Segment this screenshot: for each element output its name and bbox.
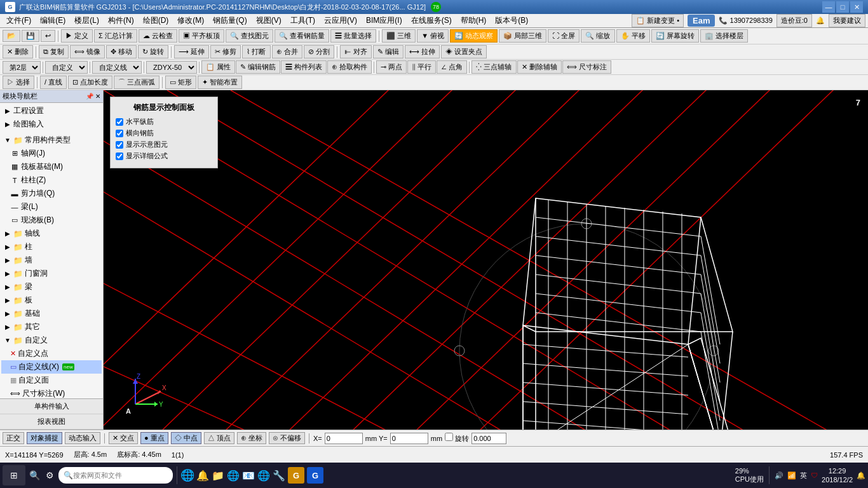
canvas-area[interactable]: 钢筋显示控制面板 水平纵筋 横向钢筋 显示示意图元 显示详细公式 7 xyxy=(104,90,868,430)
menu-draw[interactable]: 绘图(D) xyxy=(139,14,173,27)
sidebar-item-custom-line[interactable]: ▭ 自定义线(X) new xyxy=(1,360,102,374)
volume-icon[interactable]: 🔊 xyxy=(775,471,783,480)
align-board-btn[interactable]: ▣ 平齐板顶 xyxy=(179,29,224,43)
ortho-btn[interactable]: 正交 xyxy=(3,432,24,444)
fullscreen-btn[interactable]: ⛶ 全屏 xyxy=(548,29,580,43)
sidebar-item-column[interactable]: T 柱柱(Z) xyxy=(1,173,102,187)
layer-select[interactable]: 第2层 xyxy=(3,61,41,74)
notification-btn[interactable]: 🔔 xyxy=(857,471,865,480)
menu-cloud[interactable]: 云应用(V) xyxy=(320,14,361,27)
two-point-btn[interactable]: ⊸ 两点 xyxy=(376,60,407,74)
menu-version[interactable]: 版本号(B) xyxy=(491,14,532,27)
formula-checkbox[interactable] xyxy=(116,152,123,160)
search-bar[interactable]: 🔍 xyxy=(58,467,173,484)
rotate-checkbox[interactable] xyxy=(445,433,453,441)
menu-modify[interactable]: 修改(M) xyxy=(173,14,208,27)
zoom-btn[interactable]: 🔍 缩放 xyxy=(581,29,614,43)
extend-btn[interactable]: ⟶ 延伸 xyxy=(174,45,209,58)
new-change-btn[interactable]: 📋 新建变更 • xyxy=(632,14,684,27)
menu-help[interactable]: 帮助(H) xyxy=(457,14,491,27)
split-btn[interactable]: ⊘ 分割 xyxy=(304,45,334,58)
intersection-btn[interactable]: ✕ 交点 xyxy=(109,432,138,444)
start-button[interactable]: ⊞ xyxy=(3,465,25,485)
sidebar-item-slab[interactable]: ▭ 现浇板(B) xyxy=(1,214,102,227)
move-btn[interactable]: ✥ 移动 xyxy=(106,45,137,58)
menu-rebar-qty[interactable]: 钢筋量(Q) xyxy=(209,14,250,27)
pick-component-btn[interactable]: ⊕ 拾取构件 xyxy=(327,60,372,74)
sidebar-section-settings[interactable]: ▶ 工程设置 xyxy=(1,104,102,118)
del-aux-btn[interactable]: ✕ 删除辅轴 xyxy=(517,60,562,74)
find-elem-btn[interactable]: 🔍 查找图元 xyxy=(226,29,273,43)
menu-layer[interactable]: 楼层(L) xyxy=(71,14,103,27)
open-btn[interactable]: 📂 xyxy=(3,30,20,42)
coord-btn[interactable]: ⊕ 坐标 xyxy=(237,432,266,444)
three-point-aux-btn[interactable]: ⁛ 三点辅轴 xyxy=(471,60,516,74)
smart-layout-btn[interactable]: ✦ 智能布置 xyxy=(198,76,242,89)
task-view-icon[interactable]: 🔍 xyxy=(28,469,41,482)
minimize-button[interactable]: — xyxy=(822,1,835,13)
vertex-btn[interactable]: △ 顶点 xyxy=(204,432,234,444)
stretch-btn[interactable]: ⟷ 拉伸 xyxy=(405,45,440,58)
dynamic-input-btn[interactable]: 动态输入 xyxy=(65,432,100,444)
select-floor-btn[interactable]: 🏢 选择楼层 xyxy=(700,29,748,43)
rect-btn[interactable]: ▭ 矩形 xyxy=(165,76,196,89)
define-type-select[interactable]: 自定义 xyxy=(45,61,88,74)
sidebar-item-foundation[interactable]: ▶ 📁 基础 xyxy=(1,307,102,320)
menu-tools[interactable]: 工具(T) xyxy=(287,14,319,27)
taskbar-app-files[interactable]: 📁 xyxy=(212,469,224,482)
midpoint-btn[interactable]: ◇ 中点 xyxy=(171,432,201,444)
cortana-icon[interactable]: ⚙ xyxy=(43,469,56,482)
screen-rotate-btn[interactable]: 🔄 屏幕旋转 xyxy=(651,29,699,43)
point-len-btn[interactable]: ⊡ 点加长度 xyxy=(68,76,112,89)
maximize-button[interactable]: □ xyxy=(836,1,849,13)
menu-view[interactable]: 视图(V) xyxy=(252,14,285,27)
set-grip-btn[interactable]: ◈ 设置夹点 xyxy=(441,45,487,58)
taskbar-search-input[interactable] xyxy=(73,471,156,479)
report-view-btn[interactable]: 报表视图 xyxy=(0,414,103,430)
taskbar-app-email[interactable]: 📧 xyxy=(242,469,255,482)
arc-btn[interactable]: ⌒ 三点画弧 xyxy=(114,76,159,89)
sidebar-item-common-types[interactable]: ▼ 📁 常用构件类型 xyxy=(1,133,102,147)
horizontal-rebar-checkbox[interactable] xyxy=(116,118,123,126)
taskbar-app-glodon[interactable]: G xyxy=(288,467,304,484)
menu-edit[interactable]: 编辑(E) xyxy=(36,14,69,27)
rotate-btn[interactable]: ↻ 旋转 xyxy=(138,45,168,58)
network-icon[interactable]: 📶 xyxy=(787,471,796,480)
sidebar-pin[interactable]: 📌 ✕ xyxy=(86,93,100,100)
line-tool-btn[interactable]: / 直线 xyxy=(40,76,67,89)
batch-select-btn[interactable]: ☰ 批量选择 xyxy=(330,29,376,43)
sidebar-item-gridlines[interactable]: ▶ 📁 轴线 xyxy=(1,227,102,240)
menu-online[interactable]: 在线服务(S) xyxy=(407,14,456,27)
align-btn[interactable]: ⫦ 对齐 xyxy=(340,45,372,58)
sidebar-item-mat-foundation[interactable]: ▦ 筏板基础(M) xyxy=(1,160,102,173)
sidebar-item-slabs[interactable]: ▶ 📁 板 xyxy=(1,294,102,307)
angle-btn[interactable]: ∠ 点角 xyxy=(437,60,467,74)
sidebar-item-custom[interactable]: ▼ 📁 自定义 xyxy=(1,334,102,347)
sidebar-item-columns[interactable]: ▶ 📁 柱 xyxy=(1,240,102,254)
taskbar-app-ie[interactable]: 🌐 xyxy=(181,469,194,482)
trim-btn[interactable]: ✂ 修剪 xyxy=(210,45,241,58)
view-rebar-btn[interactable]: 🔍 查看钢筋量 xyxy=(275,29,329,43)
top-view-btn[interactable]: ▼ 俯视 xyxy=(417,29,449,43)
sidebar-item-beam[interactable]: — 梁(L) xyxy=(1,200,102,214)
define-btn[interactable]: ▶ 定义 xyxy=(61,29,93,43)
component-list-btn[interactable]: ☰ 构件列表 xyxy=(281,60,327,74)
copy-btn[interactable]: ⧉ 复制 xyxy=(39,45,69,58)
menu-file[interactable]: 文件(F) xyxy=(3,14,35,27)
sidebar-item-openings[interactable]: ▶ 📁 门窗洞 xyxy=(1,267,102,280)
lang-indicator[interactable]: 英 xyxy=(800,471,807,480)
mirror-btn[interactable]: ⟺ 镜像 xyxy=(70,45,105,58)
sidebar-item-custom-point[interactable]: ✕ 自定义点 xyxy=(1,347,102,360)
sum-btn[interactable]: Σ 汇总计算 xyxy=(94,29,137,43)
edit-btn[interactable]: ✎ 编辑 xyxy=(373,45,403,58)
merge-btn[interactable]: ⊕ 合并 xyxy=(272,45,302,58)
menu-bim[interactable]: BIM应用(I) xyxy=(362,14,406,27)
price-btn[interactable]: 造价豆:0 xyxy=(776,14,812,27)
line-type-select[interactable]: 自定义线 xyxy=(92,61,142,74)
delete-btn[interactable]: ✕ 删除 xyxy=(3,45,33,58)
menu-component[interactable]: 构件(N) xyxy=(104,14,138,27)
object-snap-btn[interactable]: 对象捕捉 xyxy=(27,432,62,444)
break-btn[interactable]: ⌇ 打断 xyxy=(242,45,270,58)
rotate-input[interactable] xyxy=(471,433,506,444)
select-tool-btn[interactable]: ▷ 选择 xyxy=(3,76,34,89)
